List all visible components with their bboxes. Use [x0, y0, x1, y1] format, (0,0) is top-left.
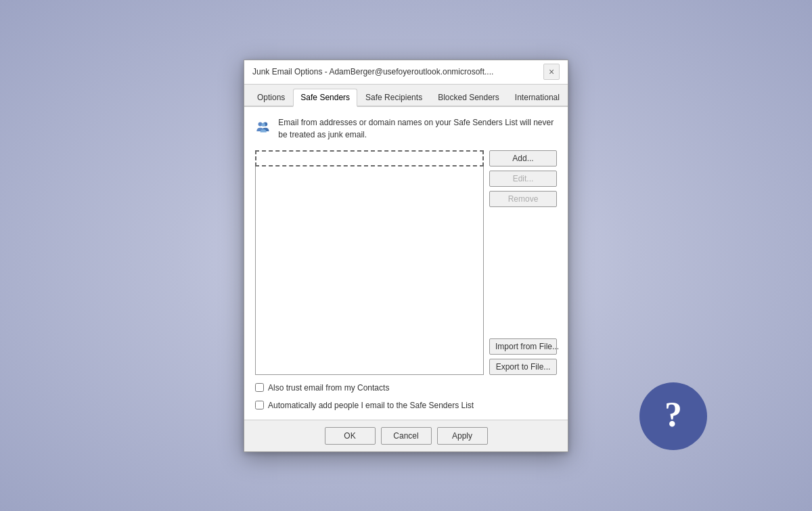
- list-area: [255, 150, 484, 375]
- contacts-checkbox-row: Also trust email from my Contacts: [255, 383, 557, 393]
- people-icon: [255, 116, 271, 138]
- title-bar: Junk Email Options - AdamBerger@usefoyer…: [244, 60, 568, 85]
- close-button[interactable]: ×: [543, 64, 560, 80]
- contacts-label: Also trust email from my Contacts: [268, 383, 389, 393]
- export-button[interactable]: Export to File...: [489, 359, 557, 375]
- buttons-panel: Add... Edit... Remove Import from File..…: [489, 150, 557, 375]
- tab-safe-recipients[interactable]: Safe Recipients: [358, 89, 430, 106]
- search-input[interactable]: [255, 150, 484, 166]
- dialog-content: Email from addresses or domain names on …: [244, 107, 568, 420]
- tab-blocked-senders[interactable]: Blocked Senders: [430, 89, 507, 106]
- edit-button[interactable]: Edit...: [489, 171, 557, 187]
- tab-safe-senders[interactable]: Safe Senders: [293, 89, 357, 107]
- auto-add-checkbox-row: Automatically add people I email to the …: [255, 401, 557, 410]
- main-body: Add... Edit... Remove Import from File..…: [255, 150, 557, 375]
- ok-button[interactable]: OK: [325, 427, 376, 445]
- tab-strip: Options Safe Senders Safe Recipients Blo…: [244, 85, 568, 107]
- help-icon: ?: [664, 397, 682, 432]
- tab-options[interactable]: Options: [250, 89, 292, 106]
- apply-button[interactable]: Apply: [437, 427, 488, 445]
- dialog-title: Junk Email Options - AdamBerger@usefoyer…: [252, 67, 493, 76]
- senders-list[interactable]: [255, 166, 484, 375]
- dialog-window: Junk Email Options - AdamBerger@usefoyer…: [244, 60, 568, 452]
- info-description: Email from addresses or domain names on …: [278, 116, 557, 141]
- svg-point-2: [262, 123, 265, 126]
- add-button[interactable]: Add...: [489, 150, 557, 166]
- info-row: Email from addresses or domain names on …: [255, 116, 557, 141]
- help-circle[interactable]: ?: [639, 382, 707, 450]
- contacts-checkbox[interactable]: [255, 383, 264, 392]
- import-button[interactable]: Import from File...: [489, 338, 557, 355]
- cancel-button[interactable]: Cancel: [381, 427, 432, 445]
- tab-international[interactable]: International: [508, 89, 567, 106]
- remove-button[interactable]: Remove: [489, 191, 557, 207]
- auto-add-label: Automatically add people I email to the …: [268, 401, 474, 410]
- dialog-footer: OK Cancel Apply: [244, 420, 568, 451]
- auto-add-checkbox[interactable]: [255, 401, 264, 409]
